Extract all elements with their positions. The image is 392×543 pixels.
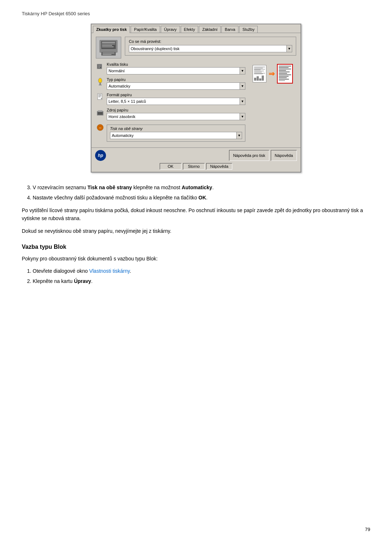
- paragraph-2: Dokud se nevytisknou obě strany papíru, …: [22, 227, 370, 235]
- co-se-ma-provest-arrow[interactable]: ▼: [286, 45, 292, 52]
- step3-bold2: Automaticky: [182, 185, 212, 190]
- preview-area: ⇒: [253, 64, 293, 84]
- main-content-area: Kvalita tisku Normální ▼: [96, 62, 296, 145]
- duplex-icon: ↔: [96, 123, 105, 132]
- svg-text:↔: ↔: [98, 126, 102, 130]
- svg-rect-6: [101, 52, 116, 56]
- kvalita-tisku-row: Kvalita tisku Normální ▼: [96, 62, 245, 74]
- preview-page-left: [253, 65, 266, 82]
- svg-rect-19: [98, 96, 101, 96]
- napoveda-button-top[interactable]: Nápověda: [271, 150, 297, 161]
- left-panel: Kvalita tisku Normální ▼: [96, 62, 245, 145]
- vlastnosti-tiskárny-link[interactable]: Vlastnosti tiskárny: [89, 268, 130, 274]
- tisk-na-obe-strany-row: ↔ Tisk na obě strany Automaticky: [96, 123, 245, 142]
- tab-upravy[interactable]: Úpravy: [161, 26, 180, 33]
- svg-rect-7: [103, 53, 114, 53]
- step-4: Nastavte všechny další požadované možnos…: [33, 194, 370, 202]
- format-papiru-select[interactable]: Letter, 8,5 × 11 palců ▼: [107, 98, 245, 105]
- tab-papir-kvalita[interactable]: Papír/Kvalita: [131, 26, 160, 33]
- tisk-na-obe-strany-section: Tisk na obě strany Automaticky ▼: [107, 125, 245, 142]
- hp-logo: hp: [95, 150, 106, 161]
- co-se-ma-provest-section: Co se má provést: Oboustranný (duplexní)…: [125, 37, 296, 56]
- svg-rect-18: [98, 94, 101, 95]
- svg-rect-15: [99, 82, 101, 85]
- pokyny-paragraph: Pokyny pro oboustranný tisk dokumentů s …: [22, 255, 370, 263]
- typ-papiru-row: Typ papíru Automaticky ▼: [96, 77, 245, 90]
- paper-format-icon: [96, 93, 105, 101]
- typ-papiru-content: Typ papíru Automaticky ▼: [107, 77, 245, 90]
- kvalita-tisku-value: Normální: [107, 67, 240, 74]
- svg-rect-16: [99, 85, 102, 85]
- zdroj-papiru-row: Zdroj papíru Horní zásobník ▼: [96, 108, 245, 120]
- typ-papiru-value: Automaticky: [107, 82, 240, 90]
- co-se-ma-provest-label: Co se má provést:: [129, 39, 292, 44]
- section-heading: Vazba typu Blok: [22, 242, 370, 252]
- tisk-na-obe-strany-arrow[interactable]: ▼: [236, 132, 242, 139]
- print-quality-icon: [96, 62, 105, 71]
- step2-2-bold: Úpravy: [74, 278, 91, 284]
- svg-rect-23: [98, 112, 103, 115]
- kvalita-tisku-select[interactable]: Normální ▼: [107, 67, 245, 74]
- tisk-na-obe-strany-value: Automaticky: [110, 132, 236, 139]
- zdroj-papiru-content: Zdroj papíru Horní zásobník ▼: [107, 108, 245, 120]
- dialog-footer: hp Nápověda pro tisk Nápověda OK Storno …: [91, 147, 301, 172]
- svg-rect-12: [98, 66, 101, 67]
- co-se-ma-provest-value: Oboustranný (duplexní) tisk: [129, 45, 286, 52]
- step2-2: Klepněte na kartu Úpravy.: [33, 277, 370, 285]
- format-papiru-arrow[interactable]: ▼: [240, 98, 245, 105]
- step4-bold: OK: [199, 195, 206, 200]
- tab-sluzby[interactable]: Služby: [239, 26, 258, 33]
- preview-page-right: [277, 64, 293, 84]
- page-number: 79: [365, 527, 370, 532]
- svg-rect-4: [102, 45, 112, 46]
- svg-rect-11: [98, 65, 101, 66]
- svg-rect-2: [102, 42, 115, 43]
- kvalita-tisku-content: Kvalita tisku Normální ▼: [107, 62, 245, 74]
- format-papiru-row: Formát papíru Letter, 8,5 × 11 palců ▼: [96, 93, 245, 105]
- svg-point-14: [98, 78, 102, 83]
- tisk-na-obe-strany-content: Tisk na obě strany Automaticky ▼: [107, 123, 245, 142]
- typ-papiru-select[interactable]: Automaticky ▼: [107, 82, 245, 90]
- body-content: V rozevíracím seznamu Tisk na obě strany…: [22, 183, 370, 285]
- preview-arrow: ⇒: [269, 69, 275, 78]
- printer-dialog: Zkuatky pro tisk Papír/Kvalita Úpravy Ef…: [91, 24, 301, 173]
- zdroj-papiru-arrow[interactable]: ▼: [240, 113, 245, 120]
- paper-source-icon: [96, 108, 105, 117]
- tab-barva[interactable]: Barva: [221, 26, 238, 33]
- step2-1: Otevřete dialogové okno Vlastnosti tiská…: [33, 267, 370, 275]
- tab-efekty[interactable]: Efekty: [181, 26, 199, 33]
- zdroj-papiru-label: Zdroj papíru: [107, 108, 245, 112]
- format-papiru-value: Letter, 8,5 × 11 palců: [107, 98, 240, 105]
- kvalita-tisku-arrow[interactable]: ▼: [240, 67, 245, 74]
- paper-type-icon: [96, 77, 105, 86]
- paragraph-1: Po vytištění lícové strany papíru tiskár…: [22, 206, 370, 223]
- tab-zkuatky[interactable]: Zkuatky pro tisk: [93, 26, 130, 33]
- svg-rect-20: [98, 97, 101, 97]
- footer-top-buttons: hp Nápověda pro tisk Nápověda: [95, 150, 297, 161]
- ok-button[interactable]: OK: [160, 163, 181, 170]
- printer-preview-image: [96, 37, 121, 58]
- svg-rect-24: [98, 110, 102, 112]
- kvalita-tisku-label: Kvalita tisku: [107, 62, 245, 66]
- svg-rect-8: [103, 54, 111, 55]
- page-header: Tiskárny HP Deskjet 6500 series: [22, 11, 370, 16]
- tab-bar: Zkuatky pro tisk Papír/Kvalita Úpravy Ef…: [91, 24, 301, 33]
- tab-zakladni[interactable]: Základní: [199, 26, 221, 33]
- napoveda-pro-tisk-button[interactable]: Nápověda pro tisk: [229, 150, 269, 161]
- typ-papiru-arrow[interactable]: ▼: [240, 82, 245, 90]
- co-se-ma-provest-select-wrapper[interactable]: Oboustranný (duplexní) tisk ▼: [129, 45, 292, 52]
- steps-list-1: V rozevíracím seznamu Tisk na obě strany…: [33, 183, 370, 202]
- zdroj-papiru-select[interactable]: Horní zásobník ▼: [107, 113, 245, 120]
- storno-button[interactable]: Storno: [183, 163, 205, 170]
- typ-papiru-label: Typ papíru: [107, 77, 245, 82]
- format-papiru-label: Formát papíru: [107, 93, 245, 97]
- step3-bold1: Tisk na obě strany: [87, 185, 132, 190]
- tisk-na-obe-strany-section-label: Tisk na obě strany: [110, 126, 242, 131]
- zdroj-papiru-value: Horní zásobník: [107, 113, 240, 120]
- step-3: V rozevíracím seznamu Tisk na obě strany…: [33, 183, 370, 191]
- right-preview-panel: ⇒: [249, 62, 296, 145]
- tisk-na-obe-strany-select[interactable]: Automaticky ▼: [110, 132, 242, 139]
- footer-bottom-buttons: OK Storno Nápověda: [95, 163, 297, 170]
- napoveda-button-bottom[interactable]: Nápověda: [206, 163, 232, 170]
- steps-list-2: Otevřete dialogové okno Vlastnosti tiská…: [33, 267, 370, 285]
